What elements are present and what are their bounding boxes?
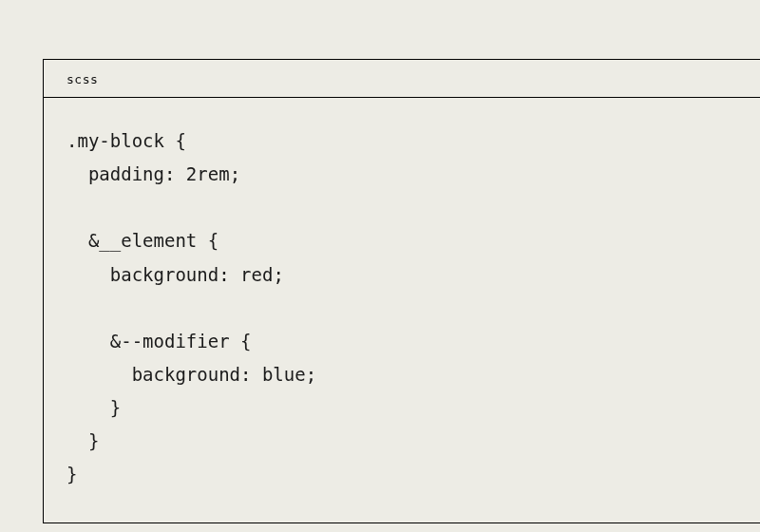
code-token-indent <box>66 264 110 285</box>
code-block: scss .my-block { padding: 2rem; &__eleme… <box>43 59 760 523</box>
code-token-brace: } <box>66 464 77 484</box>
code-token-selector: .my-block <box>66 130 164 151</box>
code-token-colon: : <box>164 163 186 184</box>
code-block-body: .my-block { padding: 2rem; &__element { … <box>44 98 760 522</box>
code-token-value: red <box>240 264 273 285</box>
code-token-colon: : <box>240 364 262 385</box>
code-token-semicolon: ; <box>306 364 316 385</box>
code-token-colon: : <box>218 264 240 285</box>
language-label: scss <box>66 72 98 86</box>
code-token-value: blue <box>262 364 306 385</box>
code-token-brace: { <box>230 331 252 352</box>
code-token-selector: &__element <box>88 230 197 251</box>
code-token-selector: &--modifier <box>110 331 230 352</box>
code-token-brace: } <box>110 397 121 418</box>
code-token-property: padding <box>88 163 164 184</box>
code-token-semicolon: ; <box>230 163 240 184</box>
code-block-header: scss <box>44 60 760 98</box>
code-token-value: 2rem <box>186 163 230 184</box>
code-content: .my-block { padding: 2rem; &__element { … <box>66 124 737 492</box>
code-token-indent <box>66 230 88 251</box>
code-token-property: background <box>132 364 240 385</box>
code-token-indent <box>66 331 110 352</box>
code-token-brace: { <box>197 230 218 251</box>
code-token-brace: { <box>164 130 186 151</box>
code-token-indent <box>66 163 88 184</box>
code-token-indent <box>66 430 88 451</box>
code-token-property: background <box>110 264 218 285</box>
code-token-indent <box>66 364 132 385</box>
code-token-semicolon: ; <box>273 264 283 285</box>
code-token-brace: } <box>88 430 99 451</box>
code-token-indent <box>66 397 110 418</box>
